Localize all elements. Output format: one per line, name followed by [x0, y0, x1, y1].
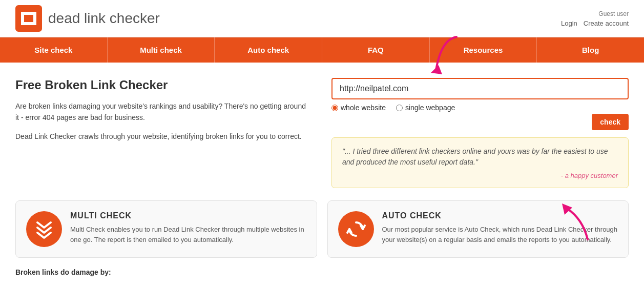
page-title: Free Broken Link Checker	[15, 78, 311, 92]
left-column: Free Broken Link Checker Are broken link…	[15, 78, 311, 149]
intro-paragraph-1: Are broken links damaging your website's…	[15, 100, 311, 124]
radio-group: whole website single webpage	[331, 104, 629, 112]
single-webpage-label[interactable]: single webpage	[396, 104, 455, 112]
testimonial: "... I tried three different link checke…	[331, 137, 629, 188]
logo-icon	[15, 5, 42, 32]
whole-website-radio[interactable]	[331, 105, 338, 111]
nav-auto-check[interactable]: Auto check	[215, 37, 322, 63]
create-account-link[interactable]: Create account	[584, 19, 629, 27]
intro-paragraph-2: Dead Link Checker crawls through your we…	[15, 131, 311, 142]
multi-check-title: MULTI CHECK	[70, 211, 306, 220]
header-right: Guest user Login Create account	[561, 10, 629, 27]
header: dead link checker Guest user Login Creat…	[0, 0, 644, 37]
auto-check-description: Our most popular service is Auto Check, …	[382, 225, 618, 244]
single-webpage-text: single webpage	[405, 104, 455, 112]
login-link[interactable]: Login	[561, 19, 577, 27]
auto-check-content: AUTO CHECK Our most popular service is A…	[382, 211, 618, 244]
main-nav: Site check Multi check Auto check FAQ Re…	[0, 37, 644, 63]
site-title: dead link checker	[48, 10, 160, 27]
multi-check-icon	[26, 211, 62, 247]
whole-website-text: whole website	[341, 104, 386, 112]
main-content: Free Broken Link Checker Are broken link…	[0, 63, 644, 287]
svg-rect-1	[21, 12, 29, 15]
single-webpage-radio[interactable]	[396, 105, 403, 111]
svg-rect-5	[28, 22, 36, 25]
svg-rect-4	[28, 12, 36, 15]
content-grid: Free Broken Link Checker Are broken link…	[15, 78, 629, 188]
right-column: whole website single webpage check "... …	[331, 78, 629, 188]
nav-blog[interactable]: Blog	[537, 37, 644, 63]
cards-grid: MULTI CHECK Multi Check enables you to r…	[15, 200, 629, 258]
testimonial-text: "... I tried three different link checke…	[342, 146, 618, 168]
multi-check-card: MULTI CHECK Multi Check enables you to r…	[15, 200, 317, 258]
bottom-text: Broken links do damage by:	[15, 268, 629, 276]
testimonial-author: - a happy customer	[342, 172, 618, 179]
header-links: Login Create account	[561, 19, 629, 27]
nav-resources[interactable]: Resources	[430, 37, 537, 63]
url-input[interactable]	[331, 78, 629, 99]
auto-check-title: AUTO CHECK	[382, 211, 618, 220]
url-input-area: whole website single webpage check	[331, 78, 629, 112]
whole-website-label[interactable]: whole website	[331, 104, 386, 112]
svg-rect-2	[21, 22, 29, 25]
check-button[interactable]: check	[592, 114, 629, 130]
guest-label: Guest user	[561, 10, 629, 17]
auto-check-card: AUTO CHECK Our most popular service is A…	[327, 200, 629, 258]
nav-multi-check[interactable]: Multi check	[108, 37, 215, 63]
logo-area: dead link checker	[15, 5, 160, 32]
multi-check-description: Multi Check enables you to run Dead Link…	[70, 225, 306, 244]
svg-marker-6	[431, 65, 442, 74]
nav-faq[interactable]: FAQ	[322, 37, 430, 63]
nav-site-check[interactable]: Site check	[0, 37, 108, 63]
auto-check-icon	[338, 211, 374, 247]
multi-check-content: MULTI CHECK Multi Check enables you to r…	[70, 211, 306, 244]
